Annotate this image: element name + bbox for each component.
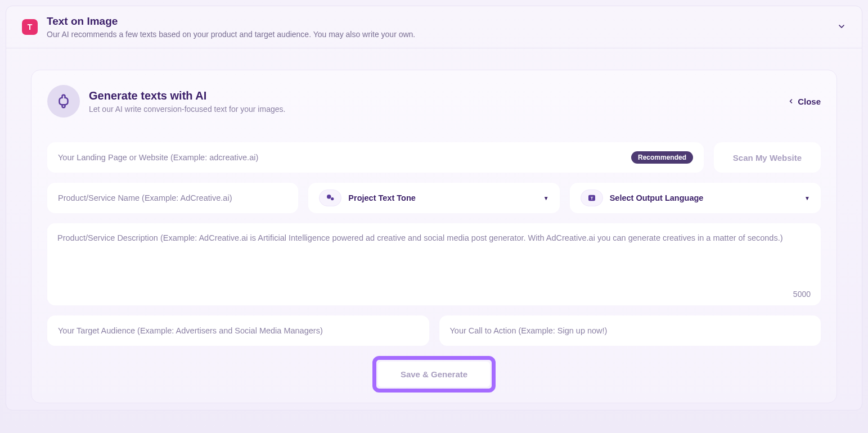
close-label: Close (798, 97, 821, 106)
save-generate-button[interactable]: Save & Generate (378, 362, 490, 387)
tone-icon (319, 190, 341, 206)
panel-titles: Generate texts with AI Let our AI write … (89, 89, 788, 114)
text-on-image-panel: T Text on Image Our AI recommends a few … (6, 6, 862, 411)
save-generate-label: Save & Generate (401, 369, 467, 379)
caret-down-icon: ▼ (543, 195, 549, 201)
svg-point-1 (331, 197, 334, 200)
description-field[interactable]: 5000 (47, 223, 821, 305)
section-header[interactable]: T Text on Image Our AI recommends a few … (6, 6, 862, 48)
text-icon-letter: T (28, 22, 33, 31)
generate-ai-panel: Generate texts with AI Let our AI write … (31, 70, 837, 403)
website-row: Recommended Scan My Website (47, 142, 821, 173)
scan-website-label: Scan My Website (733, 153, 802, 163)
description-textarea[interactable] (57, 233, 811, 283)
panel-header: Generate texts with AI Let our AI write … (47, 85, 821, 118)
website-field[interactable]: Recommended (47, 142, 704, 173)
audience-field[interactable] (47, 315, 429, 346)
header-texts: Text on Image Our AI recommends a few te… (47, 15, 837, 39)
cta-input[interactable] (450, 326, 811, 335)
recommended-badge: Recommended (631, 151, 693, 164)
chevron-down-icon[interactable] (837, 22, 846, 33)
generate-row: Save & Generate (47, 356, 821, 393)
tone-select[interactable]: Project Text Tone ▼ (308, 183, 559, 213)
section-subtitle: Our AI recommends a few texts based on y… (47, 30, 837, 39)
cta-field[interactable] (439, 315, 821, 346)
generate-highlight: Save & Generate (372, 356, 496, 393)
product-name-field[interactable] (47, 183, 298, 213)
svg-text:T: T (590, 196, 593, 201)
language-label: Select Output Language (610, 193, 798, 202)
product-name-input[interactable] (58, 193, 287, 202)
panel-subtitle: Let our AI write conversion-focused text… (89, 105, 788, 114)
chevron-left-icon (788, 98, 794, 105)
svg-point-0 (327, 195, 331, 199)
close-button[interactable]: Close (788, 97, 821, 106)
language-icon: T (581, 190, 603, 206)
char-count: 5000 (793, 290, 811, 299)
audience-cta-row (47, 315, 821, 346)
scan-website-button[interactable]: Scan My Website (714, 142, 821, 173)
caret-down-icon: ▼ (804, 195, 810, 201)
panel-title: Generate texts with AI (89, 89, 788, 102)
ai-brain-icon (47, 85, 80, 118)
language-select[interactable]: T Select Output Language ▼ (570, 183, 821, 213)
triple-row: Project Text Tone ▼ T Select Output Lang… (47, 183, 821, 213)
tone-label: Project Text Tone (348, 193, 536, 202)
audience-input[interactable] (58, 326, 419, 335)
section-title: Text on Image (47, 15, 837, 28)
text-icon: T (22, 19, 38, 35)
website-input[interactable] (58, 153, 626, 162)
